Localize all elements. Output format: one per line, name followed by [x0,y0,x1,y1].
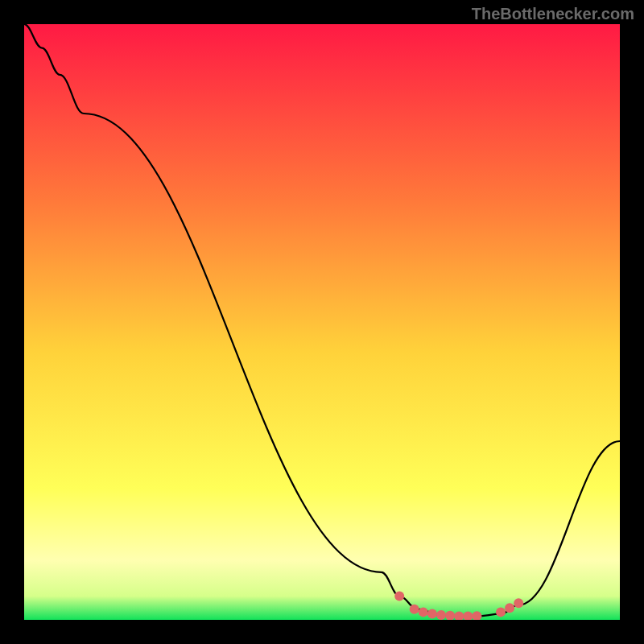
marker-point [436,610,446,620]
gradient-background [24,24,620,620]
marker-point [505,603,514,613]
bottleneck-chart [24,24,620,620]
marker-point [419,607,428,617]
marker-point [496,607,506,617]
marker-point [427,609,437,619]
marker-point [410,605,419,614]
marker-point [514,598,523,608]
watermark-text: TheBottlenecker.com [472,5,634,23]
marker-point [394,591,404,601]
